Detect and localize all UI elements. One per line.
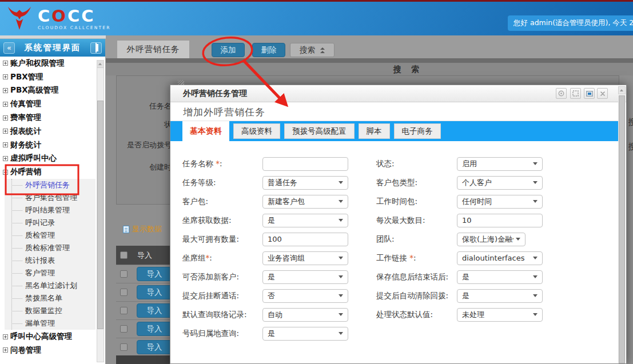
expand-plus-icon[interactable] <box>3 156 8 161</box>
field-label: 工作链接 *: <box>376 253 457 263</box>
sidebar-item-report-stats[interactable]: 报表统计 <box>0 125 95 138</box>
select-all-checkbox[interactable] <box>120 251 128 259</box>
import-button[interactable]: 导入 <box>137 285 172 299</box>
pin-icon[interactable] <box>90 42 102 54</box>
sidebar-subitem-qc[interactable]: 质检管理 <box>5 229 95 242</box>
task-level-select[interactable]: 普通任务 <box>262 176 348 190</box>
import-button[interactable]: 导入 <box>137 303 172 318</box>
max-owned-count-input[interactable]: 100 <box>262 233 348 246</box>
sidebar-item-pbx[interactable]: PBX管理 <box>0 70 95 84</box>
tab-basic-info[interactable]: 基本资料 <box>182 121 229 141</box>
expand-plus-icon[interactable] <box>3 129 8 134</box>
work-time-package-select[interactable]: 任何时间 <box>457 195 543 209</box>
tab-outbound-task[interactable]: 外呼营销任务 <box>117 41 189 58</box>
dropdown-arrow-icon <box>533 181 538 184</box>
tab-advanced-info[interactable]: 高级资料 <box>233 123 280 139</box>
expand-plus-icon[interactable] <box>3 347 8 353</box>
close-icon[interactable] <box>597 88 608 99</box>
customer-package-select[interactable]: 新建客户包 <box>262 195 348 209</box>
row-checkbox[interactable] <box>120 289 128 296</box>
sidebar-subitem-call-record[interactable]: 呼叫记录 <box>5 217 95 229</box>
sidebar-item-callcenter-advanced[interactable]: 呼叫中心高级管理 <box>0 330 95 343</box>
sidebar-subitem-customer-mgmt[interactable]: 客户管理 <box>5 267 95 279</box>
expand-plus-icon[interactable] <box>3 334 8 339</box>
dialog-titlebar[interactable]: 外呼营销任务管理 <box>170 85 626 102</box>
dropdown-arrow-icon <box>339 181 343 184</box>
sidebar-item-finance-stats[interactable]: 财务统计 <box>0 138 95 152</box>
row-checkbox[interactable] <box>120 325 128 333</box>
sidebar-item-rate[interactable]: 费率管理 <box>0 111 95 125</box>
sidebar-subitem-blacklist-filter-plan[interactable]: 黑名单过滤计划 <box>5 279 95 292</box>
brand-logo: COCC CLOUDOX CALLCENTER <box>7 5 111 33</box>
sidebar-item-fax[interactable]: 传真管理 <box>0 97 95 111</box>
expand-plus-icon[interactable] <box>3 115 8 121</box>
sidebar-subitem-missed-order[interactable]: 漏单管理 <box>5 317 95 330</box>
expand-plus-icon[interactable] <box>3 74 8 79</box>
field-label: 最大可拥有数量: <box>182 234 262 245</box>
team-select[interactable]: 保歌(上海)金融信 <box>457 233 525 246</box>
sidebar-item-account-permission[interactable]: 账户和权限管理 <box>0 57 95 70</box>
restore-button[interactable] <box>584 88 595 99</box>
sidebar-subitem-call-result[interactable]: 呼叫结果管理 <box>5 204 95 217</box>
sidebar-item-virtual-callcenter[interactable]: 虚拟呼叫中心 <box>0 152 95 166</box>
work-link-select[interactable]: dialoutinterfaces <box>457 251 543 265</box>
maximize-button[interactable] <box>570 88 581 99</box>
agent-fetch-data-select[interactable]: 是 <box>262 214 348 227</box>
field-label: 任务等级: <box>182 178 262 188</box>
sidebar-subitem-customer-package[interactable]: 客户集合包管理 <box>5 191 95 204</box>
dropdown-arrow-icon <box>533 200 538 203</box>
expand-plus-icon[interactable] <box>3 142 8 147</box>
sidebar-subitem-stats-report[interactable]: 统计报表 <box>5 254 95 267</box>
import-button[interactable]: 导入 <box>137 267 172 281</box>
task-name-input[interactable] <box>262 157 348 171</box>
dialog-title: 外呼营销任务管理 <box>183 85 247 102</box>
customer-package-type-select[interactable]: 个人客户 <box>457 176 543 190</box>
sidebar-subitem-data-volume-monitor[interactable]: 数据量监控 <box>5 305 95 317</box>
sidebar-subitem-no-dial-blacklist[interactable]: 禁拨黑名单 <box>5 292 95 305</box>
max-per-fetch-input[interactable]: 10 <box>457 214 543 227</box>
sidebar-item-questionnaire[interactable]: 问卷管理 <box>0 343 95 357</box>
sidebar-item-pbx-advanced[interactable]: PBX高级管理 <box>0 84 95 98</box>
dialog-scrollbar[interactable] <box>618 86 626 363</box>
sidebar-item-outbound-marketing[interactable]: 外呼营销 <box>0 165 95 179</box>
collapse-minus-icon[interactable] <box>3 170 8 175</box>
import-button[interactable]: 导入 <box>137 340 172 354</box>
scroll-up-icon[interactable] <box>618 86 626 94</box>
scrollbar-thumb[interactable] <box>97 101 103 329</box>
field-label: 每次最大数目: <box>376 215 457 226</box>
expand-plus-icon[interactable] <box>3 88 8 93</box>
tab-predial-advanced-config[interactable]: 预拨号高级配置 <box>284 123 355 139</box>
import-button[interactable]: 导入 <box>137 322 172 336</box>
hangup-after-submit-select[interactable]: 否 <box>262 289 348 303</box>
auto-clear-callback-select[interactable]: 是 <box>457 289 543 303</box>
collapse-button[interactable] <box>556 88 567 99</box>
sidebar-collapse-icon[interactable]: « <box>3 42 15 54</box>
row-checkbox[interactable] <box>120 307 128 314</box>
tab-script[interactable]: 脚本 <box>359 123 390 139</box>
bull-logo-icon <box>7 5 32 33</box>
tab-ecommerce[interactable]: 电子商务 <box>394 123 441 139</box>
expand-plus-icon[interactable] <box>3 102 8 107</box>
clipped-text-fragment: 搜 <box>628 117 633 127</box>
sidebar-scrollbar[interactable] <box>97 60 104 362</box>
add-button[interactable]: 添加 <box>212 43 245 57</box>
row-checkbox[interactable] <box>120 343 128 351</box>
default-contact-query-select[interactable]: 自动 <box>262 308 348 322</box>
brand-tagline: CLOUDOX CALLCENTER <box>38 25 111 30</box>
show-data-link[interactable]: 显示数据 <box>123 224 162 234</box>
expand-plus-icon[interactable] <box>3 61 8 66</box>
scrollbar-thumb[interactable] <box>619 95 625 363</box>
sidebar-subitem-qc-standard[interactable]: 质检标准管理 <box>5 242 95 254</box>
scroll-up-icon[interactable] <box>97 61 103 68</box>
resize-grip-icon[interactable] <box>178 80 184 85</box>
allow-add-customer-select[interactable]: 是 <box>262 270 348 284</box>
default-handle-status-select[interactable]: 未处理 <box>457 308 543 322</box>
search-toggle-button[interactable]: 搜索 <box>290 43 335 57</box>
sidebar-subitem-outbound-task[interactable]: 外呼营销任务 <box>5 179 95 191</box>
number-location-query-select[interactable]: 是 <box>262 327 348 341</box>
end-wrapup-after-save-select[interactable]: 是 <box>457 270 543 284</box>
delete-button[interactable]: 删除 <box>252 43 285 57</box>
agent-group-select[interactable]: 业务咨询组 <box>262 251 348 265</box>
status-select[interactable]: 启用 <box>457 157 543 171</box>
row-checkbox[interactable] <box>120 270 128 278</box>
